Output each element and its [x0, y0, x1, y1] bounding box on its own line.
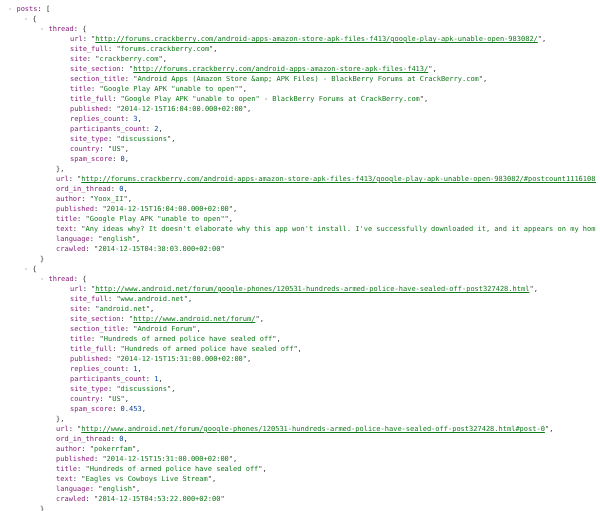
thread-site: site: "crackberry.com",	[70, 54, 592, 64]
thread-replies_count: replies_count: 3,	[70, 114, 592, 124]
thread-key: - thread: {	[40, 274, 592, 284]
post-published: published: "2014-12-15T16:04:00.000+02:0…	[56, 204, 592, 214]
posts-key: - posts: [	[8, 4, 592, 14]
thread-site_section[interactable]: site_section: "http://forums.crackberry.…	[70, 64, 592, 74]
thread-key: - thread: {	[40, 24, 592, 34]
post-language: language: "english",	[56, 484, 592, 494]
thread-country: country: "US",	[70, 394, 592, 404]
post-ord: ord_in_thread: 0,	[56, 434, 592, 444]
post-crawled: crawled: "2014-12-15T04:38:03.000+02:00"	[56, 244, 592, 254]
thread-participants_count: participants_count: 2,	[70, 124, 592, 134]
thread-close: },	[56, 164, 592, 174]
thread-site: site: "android.net",	[70, 304, 592, 314]
thread-site_section[interactable]: site_section: "http://www.android.net/fo…	[70, 314, 592, 324]
thread-site_full: site_full: "www.android.net",	[70, 294, 592, 304]
post-open: - {	[24, 264, 592, 274]
post-title: title: "Hundreds of armed police have se…	[56, 464, 592, 474]
thread-url[interactable]: url: "http://forums.crackberry.com/andro…	[70, 34, 592, 44]
post-language: language: "english",	[56, 234, 592, 244]
thread-title_full: title_full: "Google Play APK "unable to …	[70, 94, 592, 104]
thread-title: title: "Google Play APK "unable to open"…	[70, 84, 592, 94]
post-url[interactable]: url: "http://www.android.net/forum/googl…	[56, 424, 592, 434]
json-tree: - posts: [- {- thread: {url: "http://for…	[8, 4, 592, 511]
thread-published: published: "2014-12-15T15:31:00.000+02:0…	[70, 354, 592, 364]
thread-title_full: title_full: "Hundreds of armed police ha…	[70, 344, 592, 354]
thread-spam_score: spam_score: 0,	[70, 154, 592, 164]
post-author: author: "pokerrfam",	[56, 444, 592, 454]
thread-country: country: "US",	[70, 144, 592, 154]
post-crawled: crawled: "2014-12-15T04:53:22.000+02:00"	[56, 494, 592, 504]
post-ord: ord_in_thread: 0,	[56, 184, 592, 194]
thread-section_title: section_title: "Android Apps (Amazon Sto…	[70, 74, 592, 84]
thread-section_title: section_title: "Android Forum",	[70, 324, 592, 334]
thread-participants_count: participants_count: 1,	[70, 374, 592, 384]
thread-close: },	[56, 414, 592, 424]
thread-published: published: "2014-12-15T16:04:00.000+02:0…	[70, 104, 592, 114]
thread-url[interactable]: url: "http://www.android.net/forum/googl…	[70, 284, 592, 294]
post-open: - {	[24, 14, 592, 24]
post-author: author: "Yoox_II",	[56, 194, 592, 204]
thread-spam_score: spam_score: 0.453,	[70, 404, 592, 414]
thread-replies_count: replies_count: 1,	[70, 364, 592, 374]
post-text: text: "Eagles vs Cowboys Live Stream",	[56, 474, 592, 484]
thread-site_type: site_type: "discussions",	[70, 384, 592, 394]
thread-title: title: "Hundreds of armed police have se…	[70, 334, 592, 344]
post-title: title: "Google Play APK "unable to open"…	[56, 214, 592, 224]
post-close: }	[40, 504, 592, 511]
post-published: published: "2014-12-15T15:31:00.000+02:0…	[56, 454, 592, 464]
post-close: }	[40, 254, 592, 264]
thread-site_type: site_type: "discussions",	[70, 134, 592, 144]
thread-site_full: site_full: "forums.crackberry.com",	[70, 44, 592, 54]
post-url[interactable]: url: "http://forums.crackberry.com/andro…	[56, 174, 592, 184]
post-text: text: "Any ideas why? It doesn't elabora…	[56, 224, 592, 234]
